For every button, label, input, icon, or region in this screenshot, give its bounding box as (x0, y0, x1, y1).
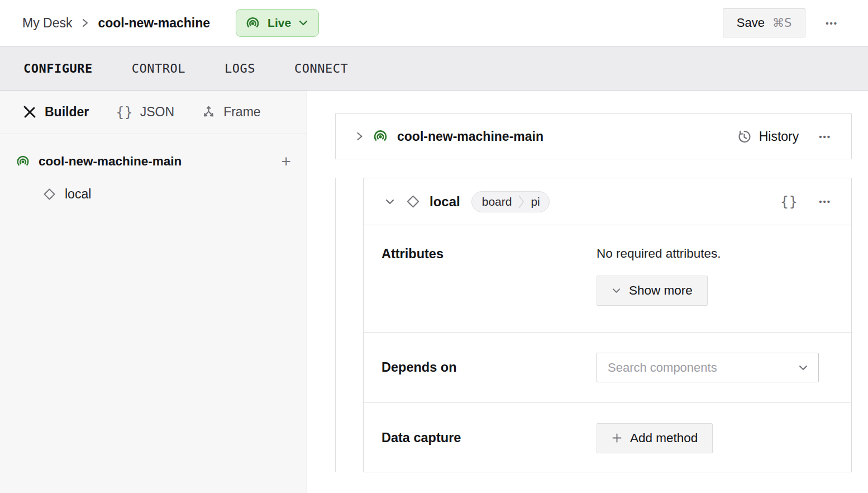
viam-machine-page: My Desk cool-new-machine Live Save ⌘S (0, 0, 868, 493)
save-shortcut-hint: ⌘S (772, 16, 791, 30)
history-button[interactable]: History (737, 129, 799, 144)
data-capture-content: Add method (597, 423, 833, 453)
chevron-right-icon (355, 130, 364, 143)
data-capture-section: Data capture Add method (364, 402, 851, 473)
machine-part-icon (16, 154, 30, 169)
mode-frame-label: Frame (223, 105, 260, 120)
chevron-down-icon (612, 287, 621, 294)
expand-part-button[interactable] (353, 128, 366, 145)
component-title: local (430, 194, 460, 210)
depends-on-label: Depends on (381, 360, 597, 375)
breadcrumb: My Desk cool-new-machine (22, 16, 210, 31)
attributes-section: Attributes No required attributes. Show … (364, 225, 851, 332)
mode-json-label: JSON (140, 105, 174, 120)
braces-icon: {} (116, 105, 133, 120)
chevron-right-icon (518, 193, 524, 210)
broadcast-icon (245, 16, 260, 31)
view-mode-switcher: Builder {} JSON Frame (0, 91, 307, 134)
attributes-label: Attributes (381, 246, 597, 262)
attributes-empty-text: No required attributes. (597, 246, 833, 261)
part-card-menu-button[interactable]: ••• (813, 127, 837, 146)
tree-indent-line (335, 178, 336, 472)
configure-sidebar: Builder {} JSON Frame (0, 91, 307, 493)
chevron-down-icon (384, 198, 395, 206)
machine-resource-tree: cool-new-machine-main + local (0, 134, 307, 210)
tab-connect[interactable]: CONNECT (293, 58, 349, 79)
collapse-component-button[interactable] (382, 196, 398, 208)
tab-configure[interactable]: CONFIGURE (22, 58, 94, 79)
tab-logs[interactable]: LOGS (223, 58, 256, 79)
topbar-overflow-menu-button[interactable]: ••• (820, 14, 843, 32)
braces-icon: {} (780, 193, 798, 210)
component-card-local: local board pi {} ••• (363, 178, 852, 472)
history-button-label: History (759, 129, 799, 144)
machine-part-title: cool-new-machine-main (397, 129, 543, 144)
breadcrumb-parent-link[interactable]: My Desk (22, 16, 72, 31)
ellipsis-icon: ••• (819, 197, 831, 206)
component-menu-button[interactable]: ••• (813, 192, 837, 211)
top-bar: My Desk cool-new-machine Live Save ⌘S (0, 0, 868, 46)
chevron-right-icon (81, 17, 89, 29)
add-component-button[interactable]: + (280, 153, 292, 170)
mode-frame[interactable]: Frame (201, 105, 260, 120)
mode-json[interactable]: {} JSON (116, 105, 174, 120)
depends-on-content (597, 353, 833, 382)
machine-part-card: cool-new-machine-main History ••• (335, 113, 852, 159)
history-clock-icon (737, 129, 752, 144)
chevron-down-icon (798, 364, 808, 371)
machine-part-icon (373, 129, 388, 144)
show-more-label: Show more (629, 283, 693, 298)
save-button[interactable]: Save ⌘S (723, 8, 806, 37)
frame-axes-icon (201, 105, 216, 120)
mode-builder[interactable]: Builder (22, 105, 89, 120)
component-type-model-chip: board pi (471, 191, 550, 212)
attributes-content: No required attributes. Show more (597, 246, 833, 306)
component-diamond-icon (406, 194, 421, 209)
mode-builder-label: Builder (45, 105, 89, 120)
content-row: Builder {} JSON Frame (0, 91, 868, 493)
depends-on-select[interactable] (597, 353, 819, 382)
tree-item-machine-part-label: cool-new-machine-main (39, 154, 182, 169)
machine-status-dropdown[interactable]: Live (236, 9, 319, 37)
tools-icon (22, 105, 37, 120)
save-button-label: Save (737, 16, 765, 30)
component-diamond-icon (42, 187, 56, 201)
edit-json-button[interactable]: {} (780, 193, 798, 210)
show-more-button[interactable]: Show more (597, 276, 708, 306)
tree-item-machine-part[interactable]: cool-new-machine-main + (0, 145, 307, 178)
tab-control[interactable]: CONTROL (131, 58, 187, 79)
tree-item-component-local-label: local (65, 187, 91, 202)
machine-status-label: Live (268, 16, 291, 30)
component-card-header: local board pi {} ••• (364, 178, 851, 225)
data-capture-label: Data capture (381, 430, 597, 445)
add-method-button[interactable]: Add method (597, 423, 713, 453)
ellipsis-icon: ••• (826, 18, 838, 28)
chevron-down-icon (298, 20, 308, 26)
plus-icon (612, 433, 622, 443)
tree-item-component-local[interactable]: local (0, 178, 307, 210)
component-type: board (482, 195, 512, 208)
configure-main-panel: cool-new-machine-main History ••• (307, 91, 868, 493)
machine-tab-bar: CONFIGURE CONTROL LOGS CONNECT (0, 46, 868, 91)
depends-on-section: Depends on (364, 332, 851, 402)
ellipsis-icon: ••• (819, 132, 831, 141)
add-method-label: Add method (630, 431, 698, 445)
breadcrumb-current: cool-new-machine (98, 16, 210, 31)
component-model: pi (531, 195, 540, 208)
search-components-input[interactable] (608, 361, 798, 375)
